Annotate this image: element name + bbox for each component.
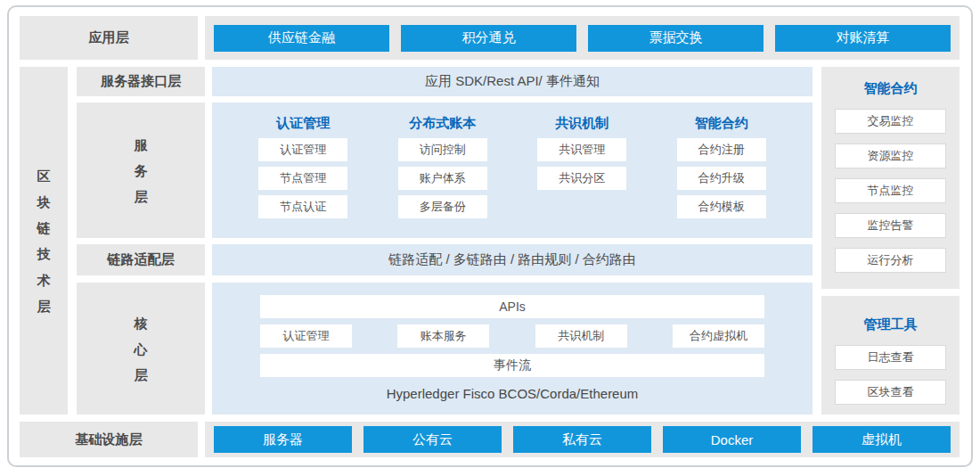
core-apis-bar: APIs bbox=[260, 295, 764, 318]
service-layer-label-text: 服务层 bbox=[134, 132, 149, 210]
service-item: 多层备份 bbox=[398, 195, 487, 218]
core-event-stream-bar: 事件流 bbox=[260, 354, 764, 377]
core-layer-row: 核心层 APIs 认证管理 账本服务 共识机制 合约虚拟机 事件流 Hyperl… bbox=[77, 283, 813, 414]
sidebar-item-runtime-analysis: 运行分析 bbox=[835, 248, 946, 273]
core-module: 合约虚拟机 bbox=[673, 324, 764, 348]
infra-button-public-cloud[interactable]: 公有云 bbox=[363, 426, 502, 453]
interface-layer-content: 应用 SDK/Rest API/ 事件通知 bbox=[212, 67, 813, 96]
app-button-bill-exchange[interactable]: 票据交换 bbox=[588, 25, 764, 52]
app-button-points-exchange[interactable]: 积分通兑 bbox=[401, 25, 576, 52]
infra-button-vm[interactable]: 虚拟机 bbox=[813, 426, 951, 453]
service-group-smart-contract: 智能合约 合约注册 合约升级 合约模板 bbox=[677, 113, 766, 238]
core-module: 认证管理 bbox=[260, 324, 352, 348]
service-item: 认证管理 bbox=[258, 138, 347, 161]
main-area: 区块链技术层 服务器接口层 应用 SDK/Rest API/ 事件通知 服务层 bbox=[20, 67, 960, 414]
sidebar-tools-title: 管理工具 bbox=[864, 316, 918, 333]
service-item: 合约升级 bbox=[677, 167, 766, 190]
link-layer-row: 链路适配层 链路适配 / 多链路由 / 路由规则 / 合约路由 bbox=[77, 244, 813, 275]
service-item: 节点管理 bbox=[258, 167, 347, 190]
link-layer-content: 链路适配 / 多链路由 / 路由规则 / 合约路由 bbox=[212, 244, 813, 275]
interface-layer-row: 服务器接口层 应用 SDK/Rest API/ 事件通知 bbox=[77, 67, 813, 96]
app-button-reconciliation-clearing[interactable]: 对账清算 bbox=[775, 25, 951, 52]
sidebar-item-transaction-monitor: 交易监控 bbox=[835, 109, 946, 134]
app-button-supply-chain-finance[interactable]: 供应链金融 bbox=[214, 25, 389, 52]
infra-button-server[interactable]: 服务器 bbox=[214, 426, 352, 453]
service-item: 合约模板 bbox=[677, 195, 766, 218]
service-item: 合约注册 bbox=[677, 138, 766, 161]
infra-layer-label: 基础设施层 bbox=[20, 422, 198, 457]
core-module: 账本服务 bbox=[397, 324, 489, 348]
sidebar-monitor-title: 智能合约 bbox=[864, 79, 918, 97]
infra-layer-row: 基础设施层 服务器 公有云 私有云 Docker 虚拟机 bbox=[20, 422, 960, 457]
service-group-smart-contract-title: 智能合约 bbox=[695, 113, 748, 133]
diagram-layout: 应用层 供应链金融 积分通兑 票据交换 对账清算 区块链技术层 服务器接口层 应… bbox=[20, 16, 960, 457]
app-layer-row: 应用层 供应链金融 积分通兑 票据交换 对账清算 bbox=[20, 16, 960, 60]
service-item: 访问控制 bbox=[398, 138, 487, 161]
service-group-ledger: 分布式账本 访问控制 账户体系 多层备份 bbox=[398, 113, 487, 238]
core-layer-panel: APIs 认证管理 账本服务 共识机制 合约虚拟机 事件流 Hyperledge… bbox=[212, 283, 813, 414]
core-platforms-text: Hyperledger Fisco BCOS/Corda/Ethereum bbox=[387, 386, 639, 401]
blockchain-architecture-diagram: 应用层 供应链金融 积分通兑 票据交换 对账清算 区块链技术层 服务器接口层 应… bbox=[0, 0, 980, 476]
service-layer-panel: 认证管理 认证管理 节点管理 节点认证 分布式账本 访问控制 账户体系 多层备份 bbox=[212, 103, 813, 238]
sidebar-item-monitor-alert: 监控告警 bbox=[835, 213, 946, 238]
infra-layer-band: 服务器 公有云 私有云 Docker 虚拟机 bbox=[205, 422, 960, 457]
service-item: 共识分区 bbox=[537, 167, 626, 190]
interface-layer-label: 服务器接口层 bbox=[77, 67, 205, 96]
app-layer-band: 供应链金融 积分通兑 票据交换 对账清算 bbox=[205, 16, 960, 60]
service-layer-row: 服务层 认证管理 认证管理 节点管理 节点认证 分布式账本 访问控制 账户体系 bbox=[77, 103, 813, 238]
service-layer-label: 服务层 bbox=[77, 103, 205, 238]
service-item: 共识管理 bbox=[537, 138, 626, 161]
service-group-ledger-title: 分布式账本 bbox=[409, 113, 476, 133]
infra-button-private-cloud[interactable]: 私有云 bbox=[513, 426, 651, 453]
service-group-auth-title: 认证管理 bbox=[276, 113, 330, 133]
service-group-consensus: 共识机制 共识管理 共识分区 bbox=[537, 113, 626, 238]
sidebar-monitor-section: 智能合约 交易监控 资源监控 节点监控 监控告警 运行分析 bbox=[821, 67, 960, 289]
app-layer-label: 应用层 bbox=[20, 16, 198, 60]
service-group-auth: 认证管理 认证管理 节点管理 节点认证 bbox=[258, 113, 347, 238]
blockchain-tech-layer-text: 区块链技术层 bbox=[37, 163, 52, 320]
core-layer-label-text: 核心层 bbox=[134, 310, 149, 389]
core-module: 共识机制 bbox=[535, 324, 627, 348]
service-item: 节点认证 bbox=[258, 195, 347, 218]
sidebar-item-block-viewer: 区块查看 bbox=[835, 380, 946, 405]
infra-button-docker[interactable]: Docker bbox=[663, 426, 801, 453]
sidebar-item-log-viewer: 日志查看 bbox=[835, 345, 946, 370]
blockchain-tech-layer-label: 区块链技术层 bbox=[20, 67, 68, 414]
link-layer-label: 链路适配层 bbox=[77, 244, 205, 275]
right-sidebar: 智能合约 交易监控 资源监控 节点监控 监控告警 运行分析 管理工具 日志查看 … bbox=[821, 67, 960, 414]
core-modules-row: 认证管理 账本服务 共识机制 合约虚拟机 bbox=[260, 324, 764, 348]
service-group-consensus-title: 共识机制 bbox=[555, 113, 608, 133]
sidebar-item-resource-monitor: 资源监控 bbox=[835, 144, 946, 168]
service-item: 账户体系 bbox=[398, 167, 487, 190]
sidebar-item-node-monitor: 节点监控 bbox=[835, 178, 946, 203]
middle-layers: 服务器接口层 应用 SDK/Rest API/ 事件通知 服务层 认证管理 认证… bbox=[77, 67, 813, 414]
sidebar-tools-section: 管理工具 日志查看 区块查看 bbox=[821, 296, 960, 414]
core-layer-label: 核心层 bbox=[77, 283, 205, 414]
